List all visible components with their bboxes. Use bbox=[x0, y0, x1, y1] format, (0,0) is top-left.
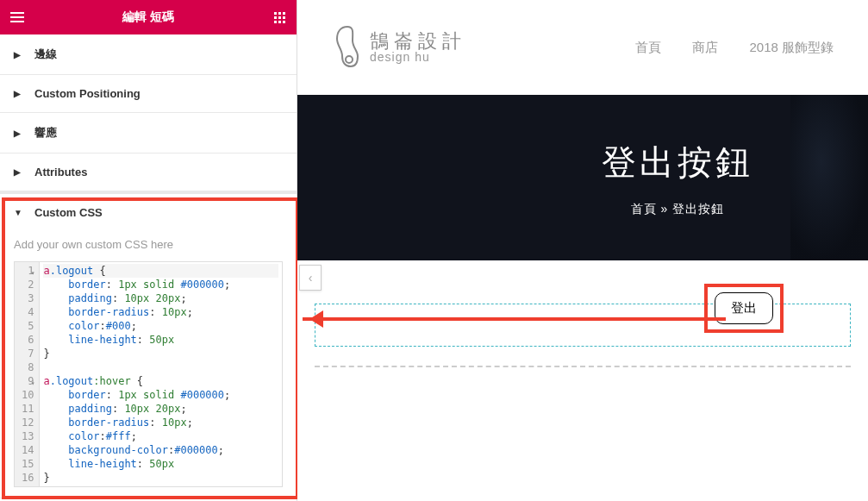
nav-catalog[interactable]: 2018 服飾型錄 bbox=[749, 40, 834, 56]
custom-css-content: Add your own custom CSS here 1▾23456789▾… bbox=[0, 231, 297, 498]
panel-title: 編輯 短碼 bbox=[34, 9, 262, 25]
caret-right-icon: ▶ bbox=[14, 128, 26, 138]
logo-text-en: design hu bbox=[370, 51, 466, 63]
builder-canvas: ‹ 登出 bbox=[297, 260, 868, 367]
apps-grid-icon[interactable] bbox=[262, 0, 297, 34]
section-label: Custom Positioning bbox=[34, 87, 141, 100]
section-label: Attributes bbox=[34, 166, 87, 178]
code-lines[interactable]: a.logout { border: 1px solid #000000; pa… bbox=[40, 262, 282, 486]
preview-pane: 鵠崙設計 design hu 首頁 商店 2018 服飾型錄 登出按鈕 首頁 »… bbox=[297, 0, 868, 501]
logo-mark-icon bbox=[332, 25, 363, 70]
caret-right-icon: ▶ bbox=[14, 167, 26, 177]
annotation-arrow bbox=[303, 317, 726, 321]
css-code-editor[interactable]: 1▾23456789▾10111213141516 a.logout { bor… bbox=[14, 261, 283, 487]
section-label: 邊線 bbox=[34, 47, 57, 62]
caret-right-icon: ▶ bbox=[14, 50, 26, 59]
empty-row-placeholder[interactable] bbox=[315, 366, 851, 367]
section-custom-positioning[interactable]: ▶Custom Positioning bbox=[0, 75, 297, 113]
css-hint: Add your own custom CSS here bbox=[14, 231, 283, 261]
logout-widget-highlight: 登出 bbox=[704, 284, 784, 333]
section-custom-css[interactable]: ▼Custom CSS Add your own custom CSS here… bbox=[0, 191, 297, 498]
hamburger-icon[interactable] bbox=[0, 0, 34, 34]
caret-down-icon: ▼ bbox=[14, 208, 26, 217]
nav-shop[interactable]: 商店 bbox=[692, 40, 718, 56]
section-responsive[interactable]: ▶響應 bbox=[0, 113, 297, 153]
logo-text-zh: 鵠崙設計 bbox=[370, 32, 466, 51]
nav-home[interactable]: 首頁 bbox=[635, 40, 661, 56]
hero-banner: 登出按鈕 首頁 » 登出按鈕 bbox=[297, 95, 868, 260]
hero-background-figure bbox=[790, 95, 868, 260]
section-label: Custom CSS bbox=[34, 206, 103, 219]
editor-panel: 編輯 短碼 ▶邊線 ▶Custom Positioning ▶響應 ▶Attri… bbox=[0, 0, 297, 501]
primary-nav: 首頁 商店 2018 服飾型錄 bbox=[635, 40, 834, 56]
section-border[interactable]: ▶邊線 bbox=[0, 34, 297, 75]
caret-right-icon: ▶ bbox=[14, 89, 26, 98]
collapse-panel-handle[interactable]: ‹ bbox=[299, 265, 322, 291]
breadcrumb-current: 登出按鈕 bbox=[672, 202, 724, 216]
breadcrumb-sep: » bbox=[657, 202, 673, 216]
code-gutter: 1▾23456789▾10111213141516 bbox=[15, 262, 40, 486]
breadcrumb: 首頁 » 登出按鈕 bbox=[631, 202, 725, 217]
panel-header: 編輯 短碼 bbox=[0, 0, 297, 34]
section-label: 響應 bbox=[34, 125, 57, 141]
site-logo[interactable]: 鵠崙設計 design hu bbox=[332, 25, 466, 70]
breadcrumb-home[interactable]: 首頁 bbox=[631, 202, 657, 216]
panel-body: ▶邊線 ▶Custom Positioning ▶響應 ▶Attributes … bbox=[0, 34, 297, 501]
section-attributes[interactable]: ▶Attributes bbox=[0, 153, 297, 191]
site-header: 鵠崙設計 design hu 首頁 商店 2018 服飾型錄 bbox=[297, 0, 868, 95]
page-title: 登出按鈕 bbox=[602, 139, 753, 186]
svg-point-0 bbox=[346, 56, 353, 63]
